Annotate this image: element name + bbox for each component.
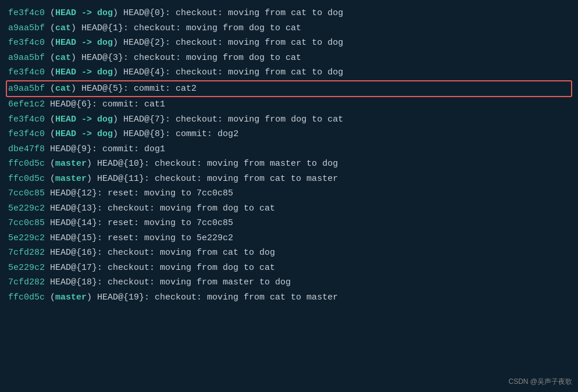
branch-label: master	[55, 156, 87, 172]
commit-hash: fe3f4c0	[8, 127, 45, 142]
branch-label: HEAD -> dog	[55, 112, 113, 127]
log-line-7: fe3f4c0 (HEAD -> dog) HEAD@{7}: checkout…	[8, 112, 570, 127]
branch-label: HEAD -> dog	[55, 35, 113, 51]
log-line-10: ffc0d5c (master) HEAD@{10}: checkout: mo…	[8, 156, 570, 172]
log-message: HEAD@{15}: reset: moving to 5e229c2	[45, 231, 233, 246]
log-message: HEAD@{7}: checkout: moving from dog to c…	[118, 112, 343, 127]
log-message: HEAD@{5}: commit: cat2	[76, 81, 197, 97]
log-message: HEAD@{6}: commit: cat1	[45, 97, 165, 112]
log-message: HEAD@{11}: checkout: moving from cat to …	[92, 172, 338, 187]
commit-hash: fe3f4c0	[8, 35, 45, 51]
log-line-15: 5e229c2 HEAD@{15}: reset: moving to 5e22…	[8, 231, 570, 246]
log-line-14: 7cc0c85 HEAD@{14}: reset: moving to 7cc0…	[8, 216, 570, 231]
log-message: HEAD@{18}: checkout: moving from master …	[45, 275, 291, 290]
commit-hash: fe3f4c0	[8, 6, 45, 21]
commit-hash: fe3f4c0	[8, 112, 45, 127]
log-message: HEAD@{1}: checkout: moving from dog to c…	[76, 21, 301, 36]
log-message: HEAD@{3}: checkout: moving from dog to c…	[76, 51, 301, 66]
watermark: CSDN @吴声子夜歌	[508, 376, 572, 387]
head-arrow: HEAD	[55, 129, 76, 139]
commit-hash: ffc0d5c	[8, 290, 45, 305]
commit-hash: 6efe1c2	[8, 97, 45, 112]
branch-label: HEAD -> dog	[55, 6, 113, 21]
log-message: HEAD@{10}: checkout: moving from master …	[92, 156, 338, 172]
log-line-2: fe3f4c0 (HEAD -> dog) HEAD@{2}: checkout…	[8, 35, 570, 51]
log-message: HEAD@{0}: checkout: moving from cat to d…	[118, 6, 343, 21]
head-arrow: HEAD	[55, 8, 76, 18]
log-line-5: a9aa5bf (cat) HEAD@{5}: commit: cat2	[6, 80, 572, 98]
commit-hash: a9aa5bf	[8, 81, 45, 97]
log-message: HEAD@{17}: checkout: moving from dog to …	[45, 261, 275, 276]
log-message: HEAD@{8}: commit: dog2	[118, 127, 238, 142]
log-message: HEAD@{14}: reset: moving to 7cc0c85	[45, 216, 233, 231]
log-message: HEAD@{19}: checkout: moving from cat to …	[92, 290, 338, 305]
log-message: HEAD@{9}: commit: dog1	[45, 142, 165, 157]
log-message: HEAD@{16}: checkout: moving from cat to …	[45, 245, 275, 261]
branch-label: master	[55, 172, 87, 187]
log-line-9: dbe47f8 HEAD@{9}: commit: dog1	[8, 142, 570, 157]
commit-hash: fe3f4c0	[8, 65, 45, 80]
head-arrow: HEAD	[55, 115, 76, 124]
branch-label: cat	[55, 51, 71, 66]
branch-label: cat	[55, 81, 71, 97]
log-line-19: ffc0d5c (master) HEAD@{19}: checkout: mo…	[8, 290, 570, 305]
log-line-8: fe3f4c0 (HEAD -> dog) HEAD@{8}: commit: …	[8, 127, 570, 142]
log-line-3: a9aa5bf (cat) HEAD@{3}: checkout: moving…	[8, 51, 570, 66]
commit-hash: 5e229c2	[8, 231, 45, 246]
log-line-12: 7cc0c85 HEAD@{12}: reset: moving to 7cc0…	[8, 186, 570, 201]
log-message: HEAD@{12}: reset: moving to 7cc0c85	[45, 186, 233, 201]
log-line-13: 5e229c2 HEAD@{13}: checkout: moving from…	[8, 201, 570, 216]
log-line-11: ffc0d5c (master) HEAD@{11}: checkout: mo…	[8, 172, 570, 187]
commit-hash: 7cfd282	[8, 245, 45, 261]
commit-hash: 5e229c2	[8, 261, 45, 276]
log-line-17: 5e229c2 HEAD@{17}: checkout: moving from…	[8, 261, 570, 276]
commit-hash: a9aa5bf	[8, 51, 45, 66]
log-line-1: a9aa5bf (cat) HEAD@{1}: checkout: moving…	[8, 21, 570, 36]
terminal: fe3f4c0 (HEAD -> dog) HEAD@{0}: checkout…	[0, 0, 578, 392]
log-line-16: 7cfd282 HEAD@{16}: checkout: moving from…	[8, 245, 570, 261]
commit-hash: 7cc0c85	[8, 186, 45, 201]
branch-label: HEAD -> dog	[55, 127, 113, 142]
commit-hash: 7cfd282	[8, 275, 45, 290]
head-arrow: HEAD	[55, 38, 76, 48]
log-message: HEAD@{2}: checkout: moving from cat to d…	[118, 35, 343, 51]
log-message: HEAD@{13}: checkout: moving from dog to …	[45, 201, 275, 216]
log-line-18: 7cfd282 HEAD@{18}: checkout: moving from…	[8, 275, 570, 290]
branch-label: HEAD -> dog	[55, 65, 113, 80]
commit-hash: 5e229c2	[8, 201, 45, 216]
log-line-6: 6efe1c2 HEAD@{6}: commit: cat1	[8, 97, 570, 112]
branch-label: master	[55, 290, 87, 305]
log-message: HEAD@{4}: checkout: moving from cat to d…	[118, 65, 343, 80]
commit-hash: ffc0d5c	[8, 172, 45, 187]
log-line-4: fe3f4c0 (HEAD -> dog) HEAD@{4}: checkout…	[8, 65, 570, 80]
log-line-0: fe3f4c0 (HEAD -> dog) HEAD@{0}: checkout…	[8, 6, 570, 21]
head-arrow: HEAD	[55, 67, 76, 77]
commit-hash: ffc0d5c	[8, 156, 45, 172]
branch-label: cat	[55, 21, 71, 36]
commit-hash: a9aa5bf	[8, 21, 45, 36]
commit-hash: dbe47f8	[8, 142, 45, 157]
commit-hash: 7cc0c85	[8, 216, 45, 231]
